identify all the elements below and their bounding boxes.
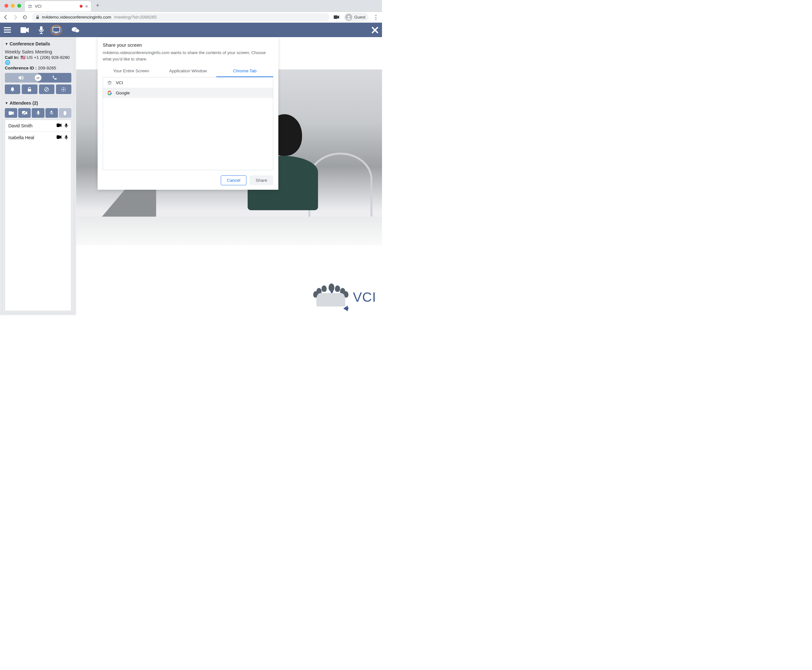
mic-icon bbox=[64, 135, 68, 140]
svg-point-6 bbox=[348, 16, 350, 18]
confid-label: Conference ID : bbox=[5, 66, 37, 70]
attendees-header[interactable]: ▼ Attendees (2) bbox=[5, 100, 71, 107]
camera-indicator-icon[interactable] bbox=[334, 15, 340, 19]
confid-line: Conference ID : 209-9265 bbox=[5, 66, 71, 70]
svg-point-44 bbox=[108, 83, 112, 85]
share-source-list: VCI Google bbox=[103, 78, 273, 170]
caret-down-icon: ▼ bbox=[5, 101, 8, 105]
svg-point-17 bbox=[75, 29, 80, 32]
tab-close-button[interactable]: × bbox=[85, 3, 88, 9]
attendee-row[interactable]: Isabella Heal bbox=[5, 132, 71, 143]
tab-entire-screen[interactable]: Your Entire Screen bbox=[103, 65, 160, 77]
window-maximize-button[interactable] bbox=[17, 4, 21, 8]
share-source-vci[interactable]: VCI bbox=[103, 78, 273, 88]
vci-logo-text: VCI bbox=[353, 289, 376, 305]
tab-application-window[interactable]: Application Window bbox=[160, 65, 217, 77]
tab-favicon bbox=[28, 5, 32, 8]
google-favicon bbox=[107, 90, 112, 95]
tab-chrome-tab[interactable]: Chrome Tab bbox=[216, 65, 273, 77]
chat-button[interactable] bbox=[72, 27, 80, 33]
confid-value: 209-9265 bbox=[38, 66, 56, 70]
conference-details-title: Conference Details bbox=[10, 41, 50, 46]
profile-chip[interactable]: Guest bbox=[344, 13, 369, 22]
dialog-buttons: Cancel Share bbox=[103, 175, 273, 185]
svg-rect-15 bbox=[55, 33, 58, 33]
reload-button[interactable] bbox=[22, 15, 27, 20]
share-screen-dialog: Share your screen m4demo.videoconferenci… bbox=[98, 37, 278, 190]
raise-hand-button[interactable] bbox=[59, 108, 71, 118]
mic-off-button[interactable] bbox=[46, 108, 58, 118]
phone-option[interactable] bbox=[38, 73, 71, 83]
address-bar[interactable]: m4demo.videoconferencinginfo.com/meeting… bbox=[32, 13, 329, 22]
share-button[interactable]: Share bbox=[250, 175, 273, 185]
window-close-button[interactable] bbox=[5, 4, 8, 8]
callin-number: US +1 (206) 928-9280 bbox=[27, 55, 70, 60]
svg-line-21 bbox=[45, 88, 48, 91]
profile-label: Guest bbox=[354, 15, 365, 20]
svg-point-45 bbox=[108, 81, 108, 82]
new-tab-button[interactable]: + bbox=[96, 2, 100, 9]
menu-button[interactable] bbox=[4, 27, 11, 33]
video-off-button[interactable] bbox=[18, 108, 31, 118]
audio-toggle[interactable]: or bbox=[5, 73, 71, 83]
svg-point-47 bbox=[110, 81, 111, 82]
recording-indicator-icon bbox=[80, 5, 83, 8]
svg-rect-7 bbox=[4, 27, 11, 28]
microphone-button[interactable] bbox=[38, 26, 44, 34]
attendees-title: Attendees (2) bbox=[10, 100, 38, 106]
video-on-button[interactable] bbox=[5, 108, 17, 118]
attendee-controls bbox=[5, 108, 71, 118]
mic-on-button[interactable] bbox=[32, 108, 44, 118]
svg-rect-42 bbox=[66, 135, 67, 138]
browser-toolbar: m4demo.videoconferencinginfo.com/meeting… bbox=[0, 12, 382, 23]
close-button[interactable] bbox=[372, 27, 378, 33]
mic-icon bbox=[64, 124, 68, 128]
speaker-option[interactable] bbox=[5, 76, 38, 80]
vci-favicon bbox=[107, 80, 112, 85]
lock-icon bbox=[36, 15, 39, 19]
avatar-icon bbox=[345, 14, 352, 21]
video-icon bbox=[57, 124, 61, 127]
globe-icon[interactable]: 🌐 bbox=[5, 60, 10, 65]
back-button[interactable] bbox=[3, 15, 8, 20]
svg-point-3 bbox=[31, 5, 32, 6]
attendees-panel: ▼ Attendees (2) bbox=[2, 98, 74, 313]
callin-line: Call In: 🇺🇸 US +1 (206) 928-9280 🌐 bbox=[5, 55, 71, 65]
cancel-button[interactable]: Cancel bbox=[221, 175, 246, 185]
vci-logo-icon bbox=[313, 284, 348, 311]
forward-button[interactable] bbox=[13, 15, 18, 20]
video-button[interactable] bbox=[20, 27, 29, 33]
screenshare-button-highlighted[interactable] bbox=[51, 25, 62, 35]
svg-point-1 bbox=[28, 5, 29, 6]
svg-point-18 bbox=[12, 91, 13, 91]
dialog-description: m4demo.videoconferencinginfo.com wants t… bbox=[103, 50, 273, 62]
svg-point-22 bbox=[63, 89, 64, 90]
attendee-name: David Smith bbox=[8, 123, 57, 128]
meeting-title: Weekly Sales Meeting bbox=[5, 49, 71, 54]
svg-point-0 bbox=[28, 7, 32, 8]
window-minimize-button[interactable] bbox=[11, 4, 15, 8]
share-source-google[interactable]: Google bbox=[103, 88, 273, 98]
notification-button[interactable] bbox=[5, 85, 20, 94]
share-source-label: Google bbox=[116, 91, 130, 95]
app-toolbar bbox=[0, 23, 382, 37]
callin-label: Call In: bbox=[5, 55, 19, 60]
unlock-button[interactable] bbox=[22, 85, 37, 94]
browser-menu-button[interactable]: ⋮ bbox=[373, 14, 379, 21]
svg-rect-14 bbox=[53, 27, 60, 32]
svg-rect-8 bbox=[4, 29, 11, 30]
svg-line-27 bbox=[62, 88, 63, 88]
svg-rect-12 bbox=[41, 32, 42, 33]
or-label: or bbox=[35, 74, 42, 81]
dialog-title: Share your screen bbox=[103, 42, 273, 48]
svg-rect-38 bbox=[57, 124, 60, 127]
block-button[interactable] bbox=[39, 85, 54, 94]
browser-tab[interactable]: VCI × bbox=[24, 1, 91, 12]
svg-rect-19 bbox=[28, 89, 31, 91]
share-source-label: VCI bbox=[116, 80, 123, 85]
conference-details-header[interactable]: ▼ Conference Details bbox=[5, 41, 71, 48]
settings-button[interactable] bbox=[56, 85, 71, 94]
attendee-list: David Smith Isabella Heal bbox=[5, 120, 71, 311]
tab-title: VCI bbox=[35, 4, 77, 8]
attendee-row[interactable]: David Smith bbox=[5, 120, 71, 132]
